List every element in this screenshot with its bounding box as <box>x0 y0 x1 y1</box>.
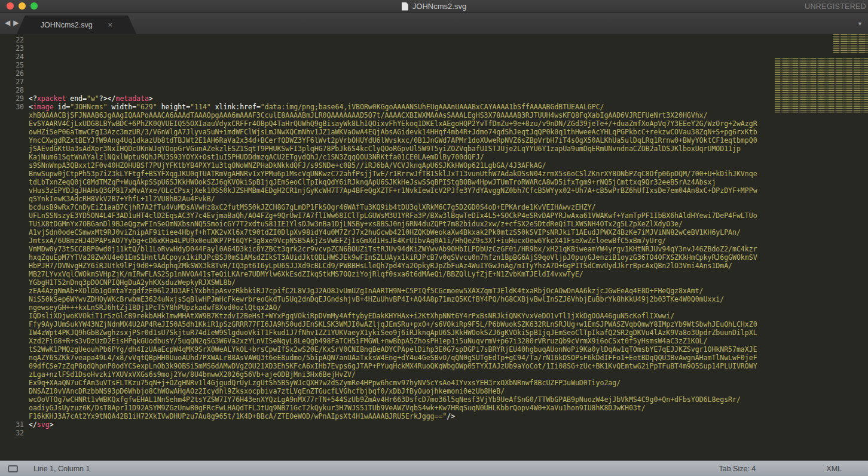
code-text: VmMDw0y73t5CC8BP0wd0j11ktQ/bl1LoRvwHdyD0… <box>29 245 757 253</box>
code-line: 25 <box>0 61 868 69</box>
code-line: 09dfCSe7zZqP8qdQhpnP0odYCSexpLnOb3k9OBSi… <box>0 362 868 370</box>
code-line: HbPJH7/DVNvgHZY6iRJUtk9lPj9d0+9AdphqZMkS… <box>0 262 868 270</box>
code-line: 30<image id="JOHNcms" width="629" height… <box>0 103 868 111</box>
window-title: JOHNcms2.svg <box>412 2 466 11</box>
code-text: UFLnSSNszyE3YD5ON4L4F3AD1uHT4clD2EqsAC3Y… <box>29 211 757 220</box>
code-text: vHus3zEPYDJgJHAHsQ3GP817xMvAYxe/OLcCPsxj… <box>29 186 757 195</box>
code-text: EvSYAARV4CjLxUDG8LBYwBDC+6PhZK0QVUEIQS5O… <box>29 119 757 128</box>
code-text: wcOoVTOg7wCHNRt1vWBKQxfgfwEHAL1NnSehm4P2… <box>29 395 741 404</box>
line-number: 27 <box>0 78 24 86</box>
line-number <box>0 262 24 270</box>
code-line: owHZiSeP06aTmwCFgI3Azc3mzUR/3/V6nWlgA7Jl… <box>0 128 868 136</box>
code-text: tdLbTxnZeqQ0jC8MdTMZqP+WuqAkpSSpU6SJKkHW… <box>29 178 716 186</box>
code-text: bcdusB9wRx7CnDyEiZ1aaB7CjhR7A2fTu4VuMDsA… <box>29 203 596 211</box>
line-number: 30 <box>0 103 24 111</box>
code-text: BnwSupw0jCtpPh53p7iZ3kLYFtgf+BSYFXqgJKU0… <box>29 170 757 178</box>
title-bar[interactable]: JOHNcms2.svg UNREGISTERED <box>0 0 868 13</box>
code-text: jSAEvdGKtUa3sAdXpr3NxIHQDcUKnWJqYOopGrVG… <box>29 145 741 153</box>
code-editor[interactable]: 2223242526272829<?xpacket end="w"?></met… <box>0 34 868 460</box>
code-line: F16kKHJ3A7cAt2Yx9tNOA42B1iH72XkIVwDHUPzu… <box>0 412 868 420</box>
cursor-position: Line 1, Column 1 <box>33 465 90 473</box>
tab-back-icon[interactable]: ◀ <box>5 19 10 27</box>
code-line: s9SNnWmpA3QBxxt2F0v40HZOHUBSf7PUjYFKtbYB… <box>0 161 868 170</box>
minimize-window-button[interactable] <box>19 2 26 10</box>
code-text: F16kKHJ3A7cAt2Yx9tNOA42B1iH72XkIVwDHUPzu… <box>29 412 455 420</box>
code-line: NiS50kSep6WYwvZDHOyWKcBrwbmE3624uNxjsSqB… <box>0 295 868 303</box>
line-number <box>0 387 24 395</box>
close-window-button[interactable] <box>7 2 14 10</box>
line-number <box>0 320 24 328</box>
line-number: 24 <box>0 53 24 61</box>
panel-toggle-icon[interactable] <box>8 465 18 472</box>
traffic-lights <box>7 2 38 10</box>
tab-johncms2-svg[interactable]: JOHNcms2.svg × <box>17 16 136 34</box>
code-line: Ffy9AyJUmSukYW43NZjNdnMX4U2AP4ReJI50A5dh… <box>0 320 868 328</box>
code-text: nqAZY6SZKk7veapa49L4/x8/vVqtQBpHH0UuoAUh… <box>29 354 757 362</box>
line-number <box>0 295 24 303</box>
zoom-window-button[interactable] <box>30 2 38 10</box>
line-number <box>0 111 24 119</box>
code-line: EvSYAARV4CjLxUDG8LBYwBDC+6PhZK0QVUEIQS5O… <box>0 119 868 128</box>
code-text: DNSAZ10vVAncDRzbbNS93pD6Whbjo8ChWOwAHgAO… <box>29 387 505 395</box>
line-number <box>0 203 24 211</box>
line-number: 28 <box>0 86 24 94</box>
line-number <box>0 128 24 136</box>
tab-size-indicator[interactable]: Tab Size: 4 <box>719 465 756 473</box>
code-line: tdLbTxnZeqQ0jC8MdTMZqP+WuqAkpSSpU6SJKkHW… <box>0 178 868 186</box>
line-number <box>0 312 24 320</box>
code-line: vHus3zEPYDJgJHAHsQ3GP817xMvAYxe/OLcCPsxj… <box>0 186 868 195</box>
line-number <box>0 370 24 379</box>
line-number <box>0 161 24 170</box>
code-text: JmtsxA/6U8mzHJ4DPAPsAO7Yybg+cD6xKHa4LPU9… <box>29 237 666 245</box>
syntax-indicator[interactable]: XML <box>826 465 842 473</box>
line-number <box>0 287 24 295</box>
tab-forward-icon[interactable]: ▶ <box>13 19 19 27</box>
code-text: YncCXwgdRZxtBEYJfW9Ang4Uq1dkazUb8tdTBJWt… <box>29 136 757 145</box>
code-line: 22 <box>0 36 868 44</box>
license-status: UNREGISTERED <box>805 2 866 11</box>
code-line: A1vjSdn0odeCSmwxMt9RJ0viZnipAF9itiee4Hby… <box>0 228 868 237</box>
code-line: DNSAZ10vVAncDRzbbNS93pD6Whbjo8ChWOwAHgAO… <box>0 387 868 395</box>
code-line: 31</svg> <box>0 420 868 429</box>
code-line: KajNum61SqtWnAYalzlNQxlWptu9QhJPU3S93YOY… <box>0 153 868 161</box>
code-line: IQDsliXDjwoKVOkiT1rSzGlcB9rekbAHkImwMHAt… <box>0 312 868 320</box>
code-text: TUiX8tDGMnYx7OBGanDl9BJeQgzwFInSeOmNXbsn… <box>29 220 683 228</box>
line-number <box>0 337 24 345</box>
line-number: 22 <box>0 36 24 44</box>
code-text: KajNum61SqtWnAYalzlNQxlWptu9QhJPU3S93YOY… <box>29 153 484 161</box>
code-line: 27 <box>0 78 868 86</box>
line-number <box>0 178 24 186</box>
code-text: NiS50kSep6WYwvZDHOyWKcBrwbmE3624uNxjsSqB… <box>29 295 724 303</box>
line-number <box>0 237 24 245</box>
code-line: 28 <box>0 86 868 94</box>
code-line: TUiX8tDGMnYx7OBGanDl9BJeQgzwFInSeOmNXbsn… <box>0 220 868 228</box>
code-line: ngewseyGH+++kxLnSRJ6htZjI8Dj1PcT5Y8hPUpz… <box>0 303 868 312</box>
line-number: 29 <box>0 94 24 103</box>
code-text: <image id="JOHNcms" width="629" height="… <box>29 103 604 111</box>
line-number <box>0 278 24 287</box>
code-text: Ffy9AyJUmSukYW43NZjNdnMX4U2AP4ReJI50A5dh… <box>29 320 757 328</box>
tab-label: JOHNcms2.svg <box>41 21 93 29</box>
code-line: qSYnkIewK3AdcRH8VkV2B7+YhfL+1l2VU8hB2Au4… <box>0 195 868 203</box>
code-line: Xzd2FiG8+R+s3vDzUzD2EisHPqkGUodbusY/5uqQ… <box>0 337 868 345</box>
line-number <box>0 345 24 354</box>
code-line: hxqZquEpM7YTVa28ZwXU4e01EmS1HntlACpoyx1k… <box>0 253 868 262</box>
code-text: HbPJH7/DVNvgHZY6iRJUtk9lPj9d0+9AdphqZMkS… <box>29 262 732 270</box>
code-line: bcdusB9wRx7CnDyEiZ1aaB7CjhR7A2fTu4VuMDsA… <box>0 203 868 211</box>
line-number <box>0 379 24 387</box>
code-line: wcOoVTOg7wCHNRt1vWBKQxfgfwEHAL1NnSehm4P2… <box>0 395 868 404</box>
minimap[interactable] <box>772 34 868 460</box>
code-line: YGbgH1T52nDnq3pDOCNPIQHgDuA2yhKXsduzWepk… <box>0 278 868 287</box>
code-text: Ex9q+XAaQN7uCfAm3uVTsFLTKzu75qN+j+OZgHNR… <box>29 379 621 387</box>
line-number <box>0 211 24 220</box>
line-number: 25 <box>0 61 24 69</box>
code-line: zEA4AzgNmAb+XOlOb1gOmtaYzgdfzE06l2JO3AFi… <box>0 287 868 295</box>
code-line: Ex9q+XAaQN7uCfAm3uVTsFLTKzu75qN+j+OZgHNR… <box>0 379 868 387</box>
code-line: 23 <box>0 44 868 53</box>
tab-overflow-chevron-down-icon[interactable]: ▼ <box>857 21 863 27</box>
code-line: VmMDw0y73t5CC8BP0wd0j11ktQ/bl1LoRvwHdyD0… <box>0 245 868 253</box>
line-number <box>0 354 24 362</box>
code-text: owHZiSeP06aTmwCFgI3Azc3mzUR/3/V6nWlgA7Jl… <box>29 128 757 136</box>
tab-close-icon[interactable]: × <box>108 21 113 29</box>
line-number <box>0 220 24 228</box>
